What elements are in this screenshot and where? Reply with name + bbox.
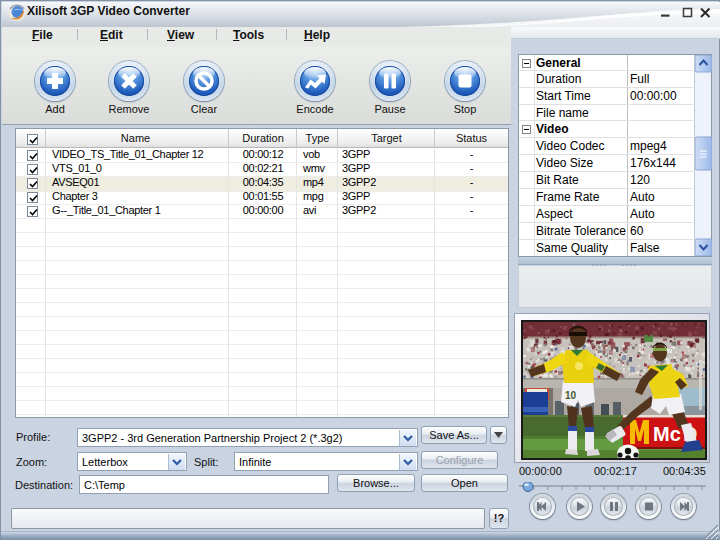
- svg-text:10: 10: [565, 390, 577, 401]
- svg-text:Mc: Mc: [653, 423, 681, 445]
